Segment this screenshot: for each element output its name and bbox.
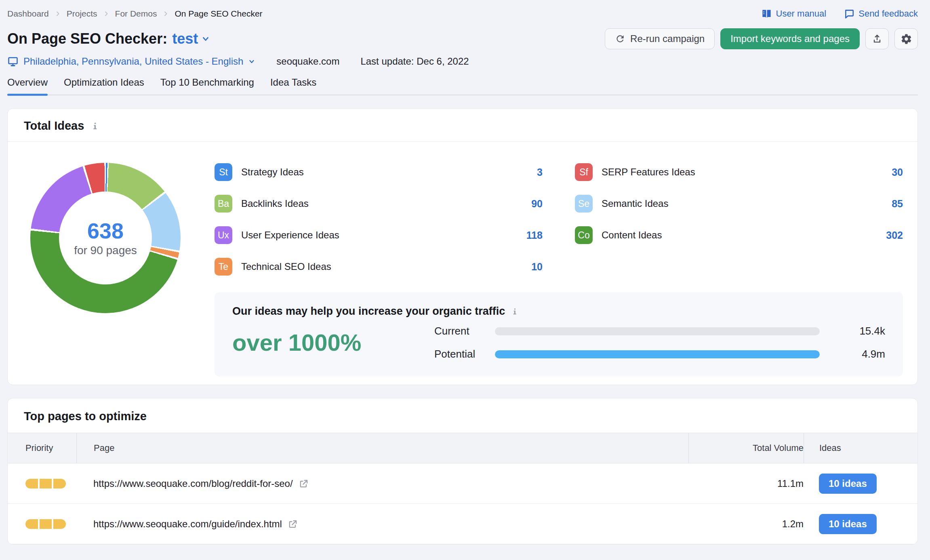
page-cell: https://www.seoquake.com/guide/index.htm…	[76, 518, 688, 530]
potential-traffic-row: Potential 4.9m	[434, 348, 885, 360]
external-link-icon[interactable]	[299, 478, 309, 489]
ideas-count-button[interactable]: 10 ideas	[819, 474, 877, 494]
tab-idea-tasks[interactable]: Idea Tasks	[270, 77, 316, 95]
on-page-seo-checker-page: Dashboard Projects For Demos On Page SEO…	[0, 0, 930, 545]
meta-row: Philadelphia, Pennsylvania, United State…	[7, 56, 918, 67]
priority-cell	[8, 479, 76, 488]
top-pages-header: Top pages to optimize	[8, 398, 917, 433]
title-row: On Page SEO Checker: test Re-run campaig…	[7, 28, 918, 49]
organic-traffic-title: Our ideas may help you increase your org…	[232, 305, 505, 318]
idea-type-count[interactable]: 118	[526, 229, 543, 241]
table-header-row: Priority Page Total Volume Ideas	[8, 433, 917, 463]
header-actions: Re-run campaign Import keywords and page…	[605, 28, 918, 49]
donut-caption: for 90 pages	[74, 244, 137, 257]
breadcrumb-current: On Page SEO Checker	[175, 9, 262, 19]
donut-total-value: 638	[87, 219, 124, 242]
ideas-cell: 10 ideas	[804, 474, 917, 494]
idea-type-count[interactable]: 85	[892, 198, 903, 210]
ideas-count-button[interactable]: 10 ideas	[819, 514, 877, 534]
idea-type-count[interactable]: 3	[537, 166, 543, 178]
idea-type-row-user-experience: Ux User Experience Ideas 118	[215, 219, 543, 251]
current-traffic-label: Current	[434, 325, 495, 337]
book-icon	[761, 8, 772, 19]
idea-types-grid: St Strategy Ideas 3 Ba Backlinks Ideas 9…	[215, 156, 903, 282]
project-dropdown[interactable]: test	[172, 28, 210, 49]
info-icon[interactable]	[511, 307, 519, 316]
idea-types-column-right: Sf SERP Features Ideas 30 Se Semantic Id…	[575, 156, 903, 251]
idea-type-count[interactable]: 302	[886, 229, 903, 241]
table-row: https://www.seoquake.com/blog/reddit-for…	[8, 463, 917, 504]
info-icon[interactable]	[90, 122, 99, 131]
chevron-down-icon	[248, 58, 255, 65]
total-ideas-body: 638 for 90 pages St Strategy Ideas 3 Ba	[8, 142, 917, 385]
ideas-cell: 10 ideas	[804, 514, 917, 534]
rerun-campaign-button[interactable]: Re-run campaign	[605, 28, 715, 49]
priority-cell	[8, 519, 76, 529]
tab-optimization-ideas[interactable]: Optimization Ideas	[64, 77, 144, 95]
idea-type-count[interactable]: 90	[531, 198, 543, 210]
total-volume-cell: 1.2m	[688, 518, 804, 530]
idea-types-column-left: St Strategy Ideas 3 Ba Backlinks Ideas 9…	[215, 156, 543, 282]
external-link-icon[interactable]	[288, 519, 298, 529]
idea-type-row-technical-seo: Te Technical SEO Ideas 10	[215, 251, 543, 282]
tab-top10-benchmarking[interactable]: Top 10 Benchmarking	[160, 77, 254, 95]
donut-center: 638 for 90 pages	[59, 192, 152, 284]
idea-type-row-semantic: Se Semantic Ideas 85	[575, 188, 903, 219]
content-badge-icon: Co	[575, 226, 593, 244]
backlinks-badge-icon: Ba	[215, 195, 232, 213]
rerun-campaign-label: Re-run campaign	[630, 33, 705, 44]
export-button[interactable]	[865, 28, 889, 49]
current-traffic-value: 15.4k	[833, 325, 885, 337]
page-title: On Page SEO Checker: test	[7, 28, 210, 49]
refresh-icon	[615, 34, 625, 44]
strategy-badge-icon: St	[215, 163, 232, 181]
project-name: test	[172, 28, 198, 49]
traffic-bars: Current 15.4k Potential 4.9m	[434, 325, 885, 360]
page-title-label: On Page SEO Checker:	[7, 28, 167, 49]
idea-type-row-serp-features: Sf SERP Features Ideas 30	[575, 156, 903, 188]
breadcrumb-projects[interactable]: Projects	[67, 9, 97, 19]
page-cell: https://www.seoquake.com/blog/reddit-for…	[76, 478, 688, 489]
send-feedback-label: Send feedback	[858, 8, 918, 19]
idea-type-label: Technical SEO Ideas	[241, 261, 331, 272]
column-header-total-volume: Total Volume	[688, 433, 804, 463]
idea-type-label: Backlinks Ideas	[241, 198, 309, 209]
total-ideas-title: Total Ideas	[24, 119, 84, 133]
top-pages-title: Top pages to optimize	[24, 410, 147, 423]
gear-icon	[901, 33, 912, 45]
idea-type-label: SERP Features Ideas	[602, 166, 695, 178]
export-icon	[871, 33, 883, 44]
potential-traffic-bar	[495, 350, 820, 358]
user-manual-label: User manual	[776, 8, 827, 19]
total-ideas-donut-chart: 638 for 90 pages	[30, 163, 181, 313]
tab-overview[interactable]: Overview	[7, 77, 48, 95]
campaign-domain: seoquake.com	[276, 56, 339, 67]
traffic-increase-highlight: over 1000%	[232, 330, 426, 356]
organic-traffic-title-row: Our ideas may help you increase your org…	[232, 305, 885, 318]
priority-indicator	[25, 479, 66, 488]
organic-traffic-box: Our ideas may help you increase your org…	[215, 292, 903, 377]
potential-traffic-value: 4.9m	[833, 348, 885, 360]
location-dropdown[interactable]: Philadelphia, Pennsylvania, United State…	[7, 56, 255, 67]
location-label: Philadelphia, Pennsylvania, United State…	[23, 56, 243, 67]
idea-type-label: Semantic Ideas	[602, 198, 668, 209]
page-url-link[interactable]: https://www.seoquake.com/blog/reddit-for…	[93, 478, 293, 489]
total-ideas-header: Total Ideas	[8, 109, 917, 142]
settings-button[interactable]	[894, 28, 918, 49]
idea-type-count[interactable]: 10	[531, 261, 543, 273]
import-keywords-button[interactable]: Import keywords and pages	[720, 28, 860, 49]
monitor-icon	[7, 56, 19, 67]
column-header-priority: Priority	[8, 443, 76, 453]
breadcrumb-for-demos[interactable]: For Demos	[115, 9, 157, 19]
idea-type-count[interactable]: 30	[892, 166, 903, 178]
breadcrumb-dashboard[interactable]: Dashboard	[7, 9, 49, 19]
idea-type-label: Strategy Ideas	[241, 166, 304, 178]
idea-type-row-strategy: St Strategy Ideas 3	[215, 156, 543, 188]
import-keywords-label: Import keywords and pages	[730, 33, 850, 44]
table-row: https://www.seoquake.com/guide/index.htm…	[8, 504, 917, 544]
send-feedback-link[interactable]: Send feedback	[844, 8, 918, 19]
breadcrumb-chevron-icon	[103, 11, 109, 17]
breadcrumb-chevron-icon	[55, 11, 61, 17]
user-manual-link[interactable]: User manual	[761, 8, 827, 19]
page-url-link[interactable]: https://www.seoquake.com/guide/index.htm…	[93, 518, 282, 530]
